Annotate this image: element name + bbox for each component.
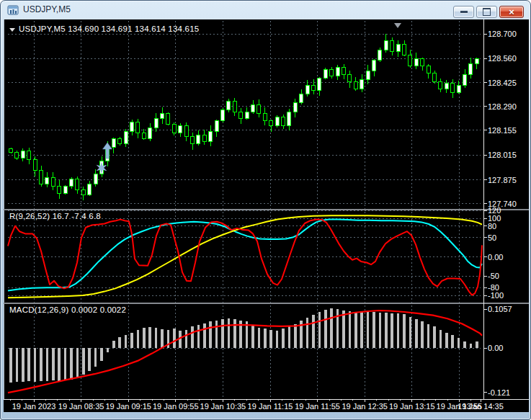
minimize-button[interactable]	[453, 6, 474, 18]
time-tick-label: 19 Jan 2023	[12, 402, 56, 411]
candle-body	[215, 120, 218, 131]
candle-body	[136, 122, 140, 133]
candle-body	[142, 133, 146, 138]
candle-body	[148, 128, 152, 138]
macd-bar	[112, 341, 115, 348]
macd-bar	[118, 337, 121, 348]
macd-bar	[282, 329, 285, 348]
candle-body	[348, 75, 352, 82]
candle-body	[330, 69, 334, 76]
macd-bar	[70, 348, 73, 380]
candle-body	[451, 84, 455, 92]
candle-body	[293, 103, 297, 112]
candle-body	[403, 45, 406, 55]
panel-separator[interactable]	[4, 303, 529, 304]
macd-bar	[379, 313, 382, 348]
time-tick-label: 19 Jan 11:15	[248, 402, 293, 411]
time-tick-label: 19 Jan 10:35	[200, 402, 246, 411]
chart-icon	[7, 4, 19, 16]
indicator-label-macd: MACD(12,26,9) 0.0002 0.0022	[9, 305, 126, 314]
restore-icon	[483, 8, 491, 16]
candle-body	[154, 119, 158, 128]
close-button[interactable]: ×	[499, 6, 524, 18]
time-tick-label: 19 Jan 12:35	[342, 402, 388, 411]
title-bar[interactable]: USDJPY,M5 ×	[1, 1, 530, 19]
candle-body	[58, 186, 61, 193]
macd-bar	[476, 341, 478, 348]
candle-body	[409, 55, 412, 66]
macd-bar	[88, 348, 91, 371]
macd-bar	[233, 319, 236, 348]
candle-body	[384, 41, 388, 50]
candle-body	[336, 68, 339, 76]
candle-body	[27, 151, 31, 159]
axis-tick-label: 128.425	[488, 79, 517, 87]
axis-tick-label: 128.015	[488, 151, 517, 159]
candle-body	[9, 149, 13, 153]
candle-body	[275, 117, 279, 126]
macd-bar	[94, 348, 97, 367]
macd-bar	[137, 330, 140, 349]
candle-body	[439, 81, 442, 89]
chart-window: USDJPY,M5 × 128.700128.560128.425128.290…	[0, 0, 531, 420]
candle-body	[15, 153, 19, 158]
time-tick-label: 19 Jan 11:55	[295, 402, 340, 411]
candle-body	[191, 137, 195, 144]
macd-bar	[463, 341, 466, 348]
candle-body	[209, 131, 213, 142]
candle-body	[318, 78, 321, 90]
macd-bar	[415, 319, 418, 348]
candle-body	[433, 73, 437, 81]
macd-bar	[294, 324, 297, 348]
macd-bar	[470, 344, 473, 348]
candle-body	[282, 117, 285, 126]
macd-bar	[203, 323, 206, 348]
macd-bar	[360, 312, 363, 348]
macd-bar	[318, 312, 321, 348]
candle-body	[118, 138, 122, 143]
macd-bar	[82, 348, 85, 375]
macd-bar	[330, 308, 333, 348]
candle-body	[251, 104, 255, 112]
candle-body	[197, 135, 200, 143]
main-chart-label[interactable]: USDJPY,M5 134.690 134.691 134.614 134.61…	[9, 24, 199, 33]
macd-bar	[251, 326, 254, 348]
macd-bar	[367, 311, 370, 348]
macd-bar	[451, 335, 454, 348]
macd-bar	[458, 338, 460, 348]
axis-tick-label: 0.00	[488, 253, 503, 262]
candle-body	[21, 151, 24, 158]
panel-separator[interactable]	[4, 209, 529, 210]
axis-tick-label: 0.00	[488, 344, 503, 352]
chart-client-area: 128.700128.560128.425128.290128.155128.0…	[4, 19, 529, 412]
candle-body	[161, 114, 164, 119]
macd-bar	[58, 348, 61, 381]
macd-bar	[185, 330, 188, 349]
axis-tick-label: -0.121	[488, 388, 510, 397]
candle-body	[81, 189, 85, 195]
macd-bar	[306, 318, 309, 348]
macd-bar	[9, 348, 12, 383]
macd-bar	[197, 325, 200, 348]
macd-bar	[22, 348, 24, 382]
macd-bar	[324, 310, 327, 348]
time-tick-label: 19 Jan 08:35	[58, 402, 104, 411]
time-tick-label: 19 Jan 09:55	[153, 402, 199, 411]
candle-body	[342, 68, 346, 75]
candle-body	[269, 120, 273, 125]
axis-tick-label: 128.155	[488, 126, 517, 135]
candle-body	[257, 104, 261, 113]
macd-bar	[427, 324, 430, 348]
macd-bar	[130, 333, 133, 348]
axis-tick-label: 128.560	[488, 54, 517, 63]
macd-bar	[258, 328, 261, 348]
candle-body	[202, 135, 206, 142]
axis-tick-label: 80	[488, 222, 496, 231]
candle-body	[245, 112, 249, 119]
candle-body	[184, 126, 188, 137]
candle-body	[172, 124, 176, 133]
macd-bar	[27, 348, 30, 381]
minimize-icon	[460, 11, 468, 13]
axis-tick-label: -50	[488, 272, 499, 280]
restore-button[interactable]	[476, 6, 497, 18]
